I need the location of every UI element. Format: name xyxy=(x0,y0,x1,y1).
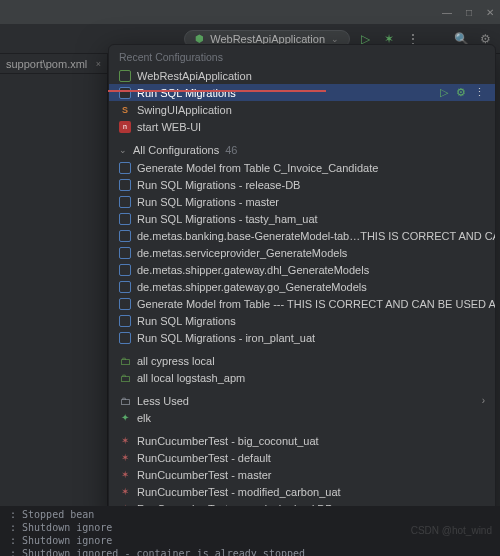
config-item[interactable]: Run SQL Migrations - release-DB xyxy=(109,176,495,193)
config-label: Generate Model from Table --- THIS IS CO… xyxy=(137,298,495,310)
config-label: all cypress local xyxy=(137,355,215,367)
config-item[interactable]: de.metas.shipper.gateway.dhl_GenerateMod… xyxy=(109,261,495,278)
application-icon xyxy=(119,247,131,259)
config-label: SwingUIApplication xyxy=(137,104,232,116)
cucumber-item[interactable]: ✶RunCucumberTest - modified_carbon_uat xyxy=(109,483,495,500)
compound-item[interactable]: 🗀all local logstash_apm xyxy=(109,369,495,386)
cucumber-icon: ✶ xyxy=(119,486,131,497)
recent-item[interactable]: WebRestApiApplication xyxy=(109,67,495,84)
config-label: de.metas.shipper.gateway.dhl_GenerateMod… xyxy=(137,264,369,276)
cucumber-icon: ✶ xyxy=(119,435,131,446)
elk-icon: ✦ xyxy=(119,412,131,423)
compound-icon: 🗀 xyxy=(119,355,131,367)
cucumber-icon: ✶ xyxy=(119,469,131,480)
chevron-down-icon: ⌄ xyxy=(119,145,127,155)
group-label: Less Used xyxy=(137,395,189,407)
close-tab-icon[interactable]: × xyxy=(96,59,101,69)
recent-header: Recent Configurations xyxy=(109,45,495,67)
config-label: WebRestApiApplication xyxy=(137,70,252,82)
config-label: start WEB-UI xyxy=(137,121,201,133)
application-icon xyxy=(119,281,131,293)
config-item[interactable]: Generate Model from Table C_Invoice_Cand… xyxy=(109,159,495,176)
application-icon xyxy=(119,162,131,174)
config-label: Run SQL Migrations - tasty_ham_uat xyxy=(137,213,318,225)
window-minimize-button[interactable]: — xyxy=(442,7,452,18)
config-label: Generate Model from Table C_Invoice_Cand… xyxy=(137,162,378,174)
window-titlebar: — □ ✕ xyxy=(0,0,500,24)
all-configurations-label: All Configurations xyxy=(133,144,219,156)
config-label: RunCucumberTest - big_coconut_uat xyxy=(137,435,319,447)
application-icon xyxy=(119,332,131,344)
watermark: CSDN @hot_wind xyxy=(411,525,492,536)
application-icon xyxy=(119,264,131,276)
config-item[interactable]: de.metas.serviceprovider_GenerateModels xyxy=(109,244,495,261)
folder-icon: 🗀 xyxy=(119,395,131,407)
window-close-button[interactable]: ✕ xyxy=(486,7,494,18)
config-label: Run SQL Migrations - release-DB xyxy=(137,179,300,191)
application-icon xyxy=(119,213,131,225)
cucumber-item[interactable]: ✶RunCucumberTest - master xyxy=(109,466,495,483)
editor-tab[interactable]: support\pom.xml × xyxy=(0,54,107,74)
application-icon xyxy=(119,179,131,191)
recent-item[interactable]: S SwingUIApplication xyxy=(109,101,495,118)
chevron-down-icon: ⌄ xyxy=(331,34,339,44)
terminal-line: : Shutdown ignored - container is alread… xyxy=(10,547,490,556)
application-icon xyxy=(119,87,131,99)
application-icon xyxy=(119,230,131,242)
config-item[interactable]: Run SQL Migrations - tasty_ham_uat xyxy=(109,210,495,227)
editor-area: support\pom.xml × xyxy=(0,54,108,556)
window-maximize-button[interactable]: □ xyxy=(466,7,472,18)
config-label: RunCucumberTest - modified_carbon_uat xyxy=(137,486,341,498)
config-item[interactable]: Run SQL Migrations - iron_plant_uat xyxy=(109,329,495,346)
less-used-group[interactable]: 🗀 Less Used › xyxy=(109,392,495,409)
config-label: elk xyxy=(137,412,151,424)
config-label: all local logstash_apm xyxy=(137,372,245,384)
config-label: RunCucumberTest - default xyxy=(137,452,271,464)
run-config-label: WebRestApiApplication xyxy=(210,33,325,45)
application-icon xyxy=(119,298,131,310)
config-item[interactable]: de.metas.banking.base-GenerateModel-tab…… xyxy=(109,227,495,244)
chevron-right-icon: › xyxy=(482,395,485,406)
npm-icon: n xyxy=(119,121,131,133)
highlight-underline xyxy=(108,90,326,92)
row-more-button[interactable]: ⋮ xyxy=(474,86,485,99)
window-controls: — □ ✕ xyxy=(442,7,494,18)
cucumber-item[interactable]: ✶RunCucumberTest - default xyxy=(109,449,495,466)
recent-item[interactable]: Run SQL Migrations ▷ ⚙ ⋮ xyxy=(109,84,495,101)
compound-icon: 🗀 xyxy=(119,372,131,384)
config-label: de.metas.shipper.gateway.go_GenerateMode… xyxy=(137,281,367,293)
run-config-icon: ⬢ xyxy=(195,33,204,44)
config-label: RunCucumberTest - master xyxy=(137,469,272,481)
config-item[interactable]: Generate Model from Table --- THIS IS CO… xyxy=(109,295,495,312)
compound-item[interactable]: 🗀all cypress local xyxy=(109,352,495,369)
application-icon xyxy=(119,315,131,327)
elk-item[interactable]: ✦ elk xyxy=(109,409,495,426)
config-label: Run SQL Migrations xyxy=(137,87,236,99)
row-run-button[interactable]: ▷ xyxy=(440,86,448,99)
config-label: de.metas.banking.base-GenerateModel-tab…… xyxy=(137,230,495,242)
application-icon xyxy=(119,196,131,208)
config-item[interactable]: de.metas.shipper.gateway.go_GenerateMode… xyxy=(109,278,495,295)
recent-item[interactable]: n start WEB-UI xyxy=(109,118,495,135)
all-configurations-header[interactable]: ⌄ All Configurations 46 xyxy=(109,141,495,159)
row-debug-button[interactable]: ⚙ xyxy=(456,86,466,99)
editor-tab-label: support\pom.xml xyxy=(6,58,87,70)
cucumber-icon: ✶ xyxy=(119,452,131,463)
run-configurations-popup: Recent Configurations WebRestApiApplicat… xyxy=(108,44,496,522)
config-label: Run SQL Migrations - iron_plant_uat xyxy=(137,332,315,344)
cucumber-item[interactable]: ✶RunCucumberTest - big_coconut_uat xyxy=(109,432,495,449)
config-item[interactable]: Run SQL Migrations xyxy=(109,312,495,329)
all-configurations-count: 46 xyxy=(225,144,237,156)
config-item[interactable]: Run SQL Migrations - master xyxy=(109,193,495,210)
swing-icon: S xyxy=(119,105,131,115)
row-actions: ▷ ⚙ ⋮ xyxy=(440,86,485,99)
config-label: Run SQL Migrations xyxy=(137,315,236,327)
config-label: de.metas.serviceprovider_GenerateModels xyxy=(137,247,347,259)
config-label: Run SQL Migrations - master xyxy=(137,196,279,208)
spring-icon xyxy=(119,70,131,82)
terminal-line: : Stopped bean xyxy=(10,508,490,521)
